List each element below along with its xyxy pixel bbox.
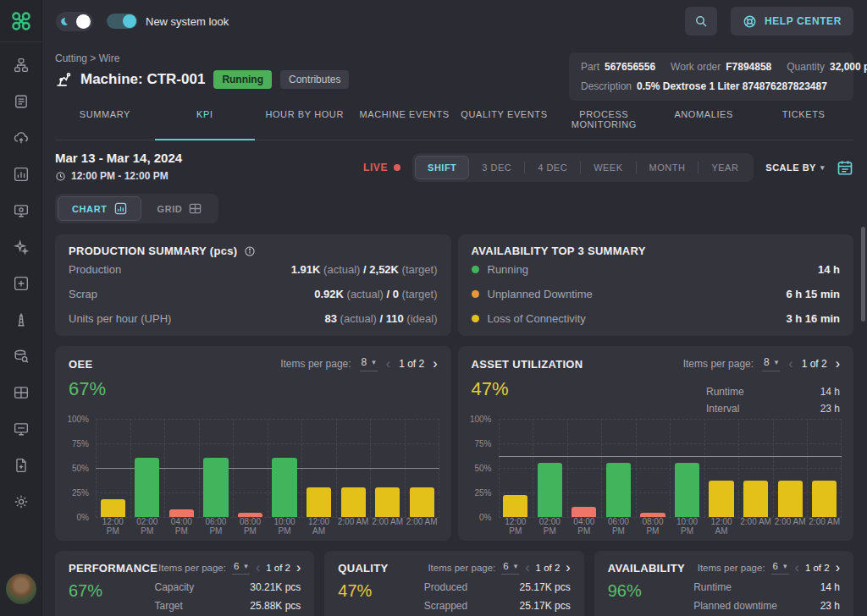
quality-value: 47% [338,581,372,616]
items-per-page-label: Items per page: [683,358,754,370]
metric-value: 83 (actual) / 110 (ideal) [325,312,438,325]
page-next-button[interactable]: › [836,561,840,575]
kpi-detail-label: Runtime [693,581,732,593]
bar [306,487,331,517]
sidebar-item-clipboard-list[interactable] [14,94,29,109]
x-axis-tick: 06:00 PM [601,517,636,536]
page-indicator: 1 of 2 [536,563,561,573]
sidebar-item-database-search[interactable] [14,349,29,364]
metric-label: Production [69,263,121,276]
sidebar-item-table-grid[interactable] [14,385,29,400]
bar [341,487,366,517]
sidebar-item-bar-chart[interactable] [14,167,29,182]
period-month[interactable]: MONTH [637,156,699,179]
page-next-button[interactable]: › [566,561,570,575]
bar [572,507,596,517]
page-prev-button[interactable]: ‹ [256,561,260,575]
user-avatar[interactable] [6,574,36,604]
period-selector: SHIFT3 DEC4 DECWEEKMONTHYEAR [412,153,754,182]
y-axis-tick: 75% [474,439,491,448]
sidebar-item-plus-square[interactable] [14,276,29,291]
x-axis-tick: 10:00 PM [670,517,704,536]
tab-machine-events[interactable]: MACHINE EVENTS [355,101,455,140]
sidebar-item-sparkles[interactable] [14,239,29,255]
tab-summary[interactable]: SUMMARY [55,101,155,140]
info-icon[interactable] [244,245,256,257]
grid-view-button[interactable]: GRID [143,196,217,221]
kpi-detail-value: 25.88K pcs [250,600,301,612]
sidebar-item-settings-gear[interactable] [14,494,29,509]
x-axis-tick: 08:00 PM [233,517,268,536]
live-indicator[interactable]: LIVE [363,162,400,173]
page-next-button[interactable]: › [296,561,301,575]
theme-toggle[interactable] [56,12,93,31]
plot [96,419,439,517]
oee-title: OEE [69,358,92,371]
part-label: Part [581,61,599,73]
x-axis-tick: 04:00 PM [567,517,602,536]
quality-card: QUALITYItems per page:6▾‹1 of 2›47%Produ… [324,551,583,616]
table-grid-icon [14,385,29,400]
period-year[interactable]: YEAR [699,156,751,179]
app-logo[interactable] [0,0,42,42]
sidebar-item-org-chart[interactable] [14,58,29,73]
period-4-dec[interactable]: 4 DEC [525,156,580,179]
grid-icon [189,202,202,215]
period-shift[interactable]: SHIFT [415,156,469,179]
x-axis-tick: 12:00 PM [96,517,130,536]
tab-quality-events[interactable]: QUALITY EVENTS [455,101,555,140]
chart-view-label: CHART [72,204,108,214]
items-per-page-select[interactable]: 6▾ [232,561,250,575]
page-prev-button[interactable]: ‹ [386,357,390,371]
tab-anomalies[interactable]: ANOMALIES [654,101,754,140]
new-system-look-toggle[interactable]: New system look [107,14,229,29]
calendar-button[interactable] [837,159,853,176]
period-3-dec[interactable]: 3 DEC [469,156,524,179]
period-week[interactable]: WEEK [581,156,635,179]
date-range: Mar 13 - Mar 14, 2024 [55,151,182,165]
live-dot [394,164,400,171]
chevron-down-icon: ▾ [244,562,248,570]
items-per-page-select[interactable]: 8▾ [360,356,378,371]
page-prev-button[interactable]: ‹ [795,561,799,575]
tab-process-monitoring[interactable]: PROCESS MONITORING [554,101,654,140]
kpi-detail-row: Target25.88K pcs [155,597,301,615]
sidebar-item-monitor-display[interactable] [14,421,29,437]
quantity-value: 32,000 pcs [830,61,867,73]
page-next-button[interactable]: › [836,357,840,371]
items-per-page-select[interactable]: 6▾ [771,561,789,575]
items-per-page-label: Items per page: [158,563,226,573]
items-per-page-select[interactable]: 6▾ [501,561,519,575]
search-button[interactable] [685,7,717,36]
sidebar-item-cloud-sync[interactable] [14,130,29,146]
bar [606,463,631,517]
page-prev-button[interactable]: ‹ [788,357,792,371]
toggle-knob [123,14,136,28]
page-next-button[interactable]: › [433,357,437,371]
asset-stat-row: Runtime14 h [706,383,840,400]
kpi-detail-row: Capacity30.21K pcs [155,578,301,597]
bar [743,481,768,517]
tab-tickets[interactable]: TICKETS [754,101,853,140]
asset-stats: Runtime14 hInterval23 h [706,383,840,417]
items-per-page-select[interactable]: 8▾ [762,356,780,371]
scale-by-dropdown[interactable]: SCALE BY ▾ [765,162,825,173]
part-value: 567656556 [605,61,655,73]
sidebar-item-monitor-cast[interactable] [14,203,29,218]
pagination: Items per page:8▾‹1 of 2› [280,356,437,371]
quality-title: QUALITY [338,562,388,575]
chart-view-button[interactable]: CHART [58,196,141,221]
tab-hour-by-hour[interactable]: HOUR BY HOUR [255,101,355,140]
bar-column [233,419,268,517]
vertical-scrollbar[interactable] [861,227,865,322]
stat-label: Runtime [706,386,744,398]
help-center-button[interactable]: HELP CENTER [731,7,853,36]
stat-label: Interval [706,403,739,415]
page-prev-button[interactable]: ‹ [525,561,529,575]
kpi-detail-label: Capacity [155,581,195,593]
sidebar-item-file-plus[interactable] [14,458,29,473]
search-icon [694,14,708,28]
sidebar-item-lighthouse[interactable] [14,312,29,327]
monitor-display-icon [14,421,29,437]
tab-kpi[interactable]: KPI [155,101,255,140]
